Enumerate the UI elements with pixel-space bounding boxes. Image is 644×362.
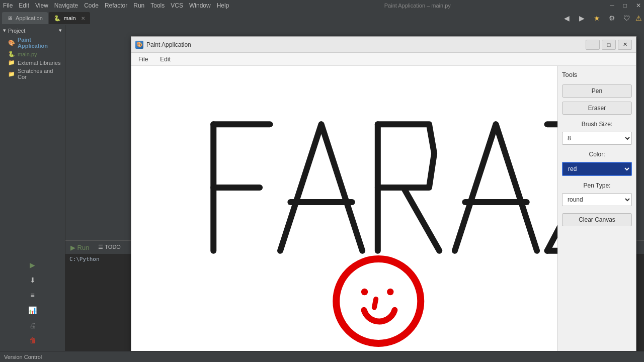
- status-version-control[interactable]: Version Control: [4, 354, 42, 360]
- window-close-btn[interactable]: ✕: [618, 40, 632, 50]
- menu-refactor[interactable]: Refactor: [105, 2, 127, 9]
- scratches-icon: 📁: [8, 71, 15, 77]
- toolbar-forward-icon[interactable]: ▶: [575, 12, 588, 25]
- eraser-button[interactable]: Eraser: [562, 102, 632, 115]
- app-icon: 🖥: [7, 15, 13, 21]
- sidebar-paint-app-label: Paint Application: [18, 37, 61, 49]
- sidebar-scratches-label: Scratches and Cor: [18, 68, 61, 80]
- ide-title: Paint Application – main.py: [235, 3, 600, 9]
- menu-edit[interactable]: Edit: [19, 2, 29, 9]
- menu-code[interactable]: Code: [84, 2, 99, 9]
- window-menubar: File Edit: [131, 53, 636, 66]
- tools-header: Tools: [562, 71, 632, 78]
- external-libs-icon: 📁: [8, 59, 15, 66]
- menu-file[interactable]: File: [3, 2, 13, 9]
- pen-type-label: Pen Type:: [562, 182, 632, 189]
- action-icon-chart[interactable]: 📊: [26, 304, 39, 317]
- menu-run[interactable]: Run: [133, 2, 144, 9]
- action-icon-delete[interactable]: 🗑: [26, 334, 39, 347]
- project-header[interactable]: ▾ Project ▾: [0, 25, 65, 36]
- bottom-tab-todo[interactable]: ☰ TODO: [93, 242, 125, 253]
- run-button[interactable]: ▶ Run: [67, 243, 92, 252]
- brush-size-label: Brush Size:: [562, 121, 632, 128]
- action-icon-down[interactable]: ⬇: [26, 274, 39, 287]
- sidebar-item-scratches[interactable]: 📁 Scratches and Cor: [0, 67, 65, 81]
- python-file-icon: 🐍: [8, 51, 15, 57]
- window-menu-edit[interactable]: Edit: [157, 55, 174, 64]
- file-icon: 🐍: [54, 15, 61, 22]
- sidebar-main-py-label: main.py: [18, 51, 37, 57]
- menu-view[interactable]: View: [35, 2, 48, 9]
- clear-canvas-button[interactable]: Clear Canvas: [562, 213, 632, 226]
- pen-type-select[interactable]: round square: [562, 193, 632, 206]
- sidebar-item-main-py[interactable]: 🐍 main.py: [0, 50, 65, 58]
- menu-tools[interactable]: Tools: [150, 2, 165, 9]
- action-icon-run[interactable]: ▶: [26, 258, 39, 272]
- tab-close-icon[interactable]: ✕: [81, 16, 85, 21]
- tab-label-main: main: [64, 15, 76, 21]
- ide-menubar: File Edit View Navigate Code Refactor Ru…: [0, 0, 644, 11]
- menu-window[interactable]: Window: [189, 2, 211, 9]
- ide-shell: File Edit View Navigate Code Refactor Ru…: [0, 0, 644, 362]
- main-editor-area: 🎨 Paint Application ─ □ ✕ File Edit: [65, 25, 644, 351]
- action-icon-list[interactable]: ≡: [26, 289, 39, 302]
- project-arrow-icon: ▾: [3, 27, 6, 34]
- window-maximize-btn[interactable]: □: [602, 40, 616, 50]
- toolbar-settings-icon[interactable]: ⚙: [605, 12, 618, 25]
- menu-help[interactable]: Help: [217, 2, 229, 9]
- action-icon-print[interactable]: 🖨: [26, 319, 39, 332]
- window-minimize-btn[interactable]: ─: [586, 40, 600, 50]
- window-title: Paint Application: [146, 41, 583, 48]
- sidebar-item-paint-app[interactable]: 🎨 Paint Application: [0, 36, 65, 50]
- toolbar-shield-icon[interactable]: 🛡: [620, 12, 633, 25]
- paint-canvas[interactable]: [131, 66, 557, 351]
- ide-tabbar: 🖥 Application 🐍 main ✕ ◀ ▶ ★ ⚙ 🛡 ⚠: [0, 11, 644, 25]
- project-dropdown-icon[interactable]: ▾: [59, 27, 62, 34]
- paint-app-icon: 🎨: [8, 40, 15, 46]
- ide-main: ▾ Project ▾ 🎨 Paint Application 🐍 main.p…: [0, 25, 644, 351]
- sidebar-external-libs-label: External Libraries: [18, 60, 61, 66]
- ide-statusbar: Version Control: [0, 351, 644, 362]
- window-controls: ─ □ ✕: [586, 40, 632, 50]
- ide-minimize[interactable]: ─: [610, 2, 614, 9]
- color-select[interactable]: red black blue green yellow white: [562, 162, 632, 176]
- window-content: Tools Pen Eraser Brush Size: 8 1 2 4 6 1…: [131, 66, 636, 351]
- sidebar-item-external-libs[interactable]: 📁 External Libraries: [0, 58, 65, 67]
- pen-button[interactable]: Pen: [562, 84, 632, 98]
- toolbar-back-icon[interactable]: ◀: [560, 12, 573, 25]
- warning-icon: ⚠: [635, 14, 642, 22]
- window-titlebar: 🎨 Paint Application ─ □ ✕: [131, 37, 636, 53]
- tools-panel: Tools Pen Eraser Brush Size: 8 1 2 4 6 1…: [558, 66, 636, 351]
- ide-tab-main[interactable]: 🐍 main ✕: [49, 12, 90, 24]
- ide-sidebar: ▾ Project ▾ 🎨 Paint Application 🐍 main.p…: [0, 25, 65, 351]
- ide-maximize[interactable]: □: [623, 2, 627, 9]
- brush-size-select[interactable]: 8 1 2 4 6 10 12 16 20: [562, 132, 632, 145]
- menu-vcs[interactable]: VCS: [171, 2, 183, 9]
- window-menu-file[interactable]: File: [135, 55, 151, 64]
- project-label: Project: [8, 28, 25, 34]
- tab-label-application: Application: [16, 15, 43, 21]
- paint-window: 🎨 Paint Application ─ □ ✕ File Edit: [131, 36, 636, 351]
- color-label: Color:: [562, 151, 632, 158]
- terminal-text: C:\Python: [69, 256, 100, 262]
- canvas-area[interactable]: [131, 66, 558, 351]
- ide-tab-application[interactable]: 🖥 Application: [2, 12, 48, 24]
- ide-close[interactable]: ✕: [636, 2, 641, 9]
- window-app-icon: 🎨: [135, 41, 143, 49]
- toolbar-bookmark-icon[interactable]: ★: [590, 12, 603, 25]
- menu-navigate[interactable]: Navigate: [54, 2, 78, 9]
